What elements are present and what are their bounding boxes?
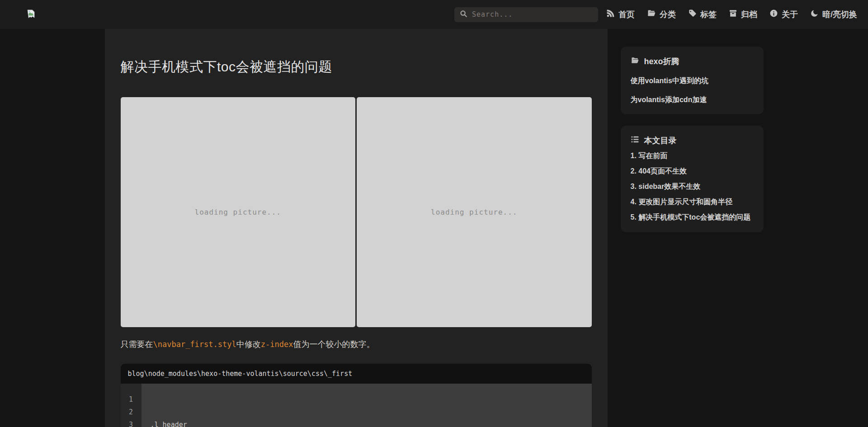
tag-icon bbox=[688, 9, 697, 20]
info-icon bbox=[769, 9, 778, 20]
code-lines: .l_header $iconW = 36px $iconMargin = 4p… bbox=[142, 384, 228, 427]
toc-item[interactable]: 1. 写在前面 bbox=[631, 150, 754, 161]
category-title-text: hexo折腾 bbox=[644, 56, 679, 67]
page-layout: 解决手机模式下toc会被遮挡的问题 loading picture... loa… bbox=[105, 29, 764, 427]
folder-open-icon bbox=[631, 56, 639, 67]
nav-item-label: 首页 bbox=[618, 9, 635, 20]
nav-item-categories[interactable]: 分类 bbox=[647, 9, 676, 20]
nav-item-tags[interactable]: 标签 bbox=[688, 9, 717, 20]
code-block-path: blog\node_modules\hexo-theme-volantis\so… bbox=[121, 364, 592, 384]
category-link[interactable]: 为volantis添加cdn加速 bbox=[631, 95, 754, 105]
code-body: 1 2 3 .l_header $iconW = 36px $iconMargi… bbox=[121, 384, 592, 427]
line-number: 2 bbox=[121, 406, 142, 418]
toc-item[interactable]: 2. 404页面不生效 bbox=[631, 166, 754, 177]
nav-item-label: 暗/亮切换 bbox=[822, 9, 857, 20]
nav-item-label: 归档 bbox=[741, 9, 757, 20]
list-icon bbox=[631, 135, 639, 146]
toc-list: 1. 写在前面 2. 404页面不生效 3. sidebar效果不生效 4. 更… bbox=[631, 150, 754, 223]
nav-item-label: 分类 bbox=[660, 9, 676, 20]
nav-item-label: 标签 bbox=[700, 9, 717, 20]
post-title: 解决手机模式下toc会被遮挡的问题 bbox=[121, 29, 592, 76]
paragraph: 只需要在\navbar_first.styl中修改z-index值为一个较小的数… bbox=[121, 338, 592, 352]
nav-item-label: 关于 bbox=[782, 9, 798, 20]
loading-text: loading picture... bbox=[195, 208, 281, 216]
category-link[interactable]: 使用volantis中遇到的坑 bbox=[631, 76, 754, 86]
line-number: 3 bbox=[121, 418, 142, 427]
paragraph-text: 中修改 bbox=[236, 340, 261, 349]
moon-icon bbox=[810, 9, 819, 20]
inline-code: z-index bbox=[261, 340, 293, 349]
nav-item-home[interactable]: 首页 bbox=[606, 9, 635, 20]
toc-item[interactable]: 3. sidebar效果不生效 bbox=[631, 181, 754, 192]
folder-open-icon bbox=[647, 9, 656, 20]
search-icon bbox=[460, 10, 467, 19]
search-input[interactable] bbox=[472, 10, 593, 19]
nav-item-archives[interactable]: 归档 bbox=[729, 9, 757, 20]
nav-item-about[interactable]: 关于 bbox=[769, 9, 798, 20]
site-logo[interactable] bbox=[27, 9, 35, 20]
image-placeholder-2: loading picture... bbox=[357, 97, 592, 327]
navbar: 首页 分类 标签 bbox=[0, 0, 868, 29]
code-block: blog\node_modules\hexo-theme-volantis\so… bbox=[121, 364, 592, 427]
category-card-title: hexo折腾 bbox=[631, 56, 754, 67]
line-number: 1 bbox=[121, 393, 142, 406]
nav-item-theme-toggle[interactable]: 暗/亮切换 bbox=[810, 9, 857, 20]
rss-icon bbox=[606, 9, 615, 20]
article: 解决手机模式下toc会被遮挡的问题 loading picture... loa… bbox=[105, 29, 608, 427]
toc-card-title: 本文目录 bbox=[631, 135, 754, 146]
loading-text: loading picture... bbox=[431, 208, 517, 216]
toc-title-text: 本文目录 bbox=[644, 135, 677, 146]
toc-item[interactable]: 5. 解决手机模式下toc会被遮挡的问题 bbox=[631, 212, 754, 223]
archive-icon bbox=[729, 9, 737, 20]
category-card: hexo折腾 使用volantis中遇到的坑 为volantis添加cdn加速 bbox=[621, 47, 764, 114]
paragraph-text: 只需要在 bbox=[121, 340, 153, 349]
toc-card: 本文目录 1. 写在前面 2. 404页面不生效 3. sidebar效果不生效… bbox=[621, 126, 764, 232]
nav-menu: 首页 分类 标签 bbox=[606, 9, 857, 20]
code-line: .l_header bbox=[151, 418, 228, 427]
line-numbers: 1 2 3 bbox=[121, 384, 142, 427]
toc-item[interactable]: 4. 更改图片显示尺寸和圆角半径 bbox=[631, 197, 754, 207]
broken-image-icon bbox=[27, 9, 35, 20]
search-box bbox=[454, 7, 598, 22]
image-placeholder-1: loading picture... bbox=[121, 97, 356, 327]
paragraph-text: 值为一个较小的数字。 bbox=[293, 340, 374, 349]
image-row: loading picture... loading picture... bbox=[121, 97, 592, 327]
inline-code: \navbar_first.styl bbox=[153, 340, 236, 349]
sidebar: hexo折腾 使用volantis中遇到的坑 为volantis添加cdn加速 … bbox=[621, 29, 764, 244]
